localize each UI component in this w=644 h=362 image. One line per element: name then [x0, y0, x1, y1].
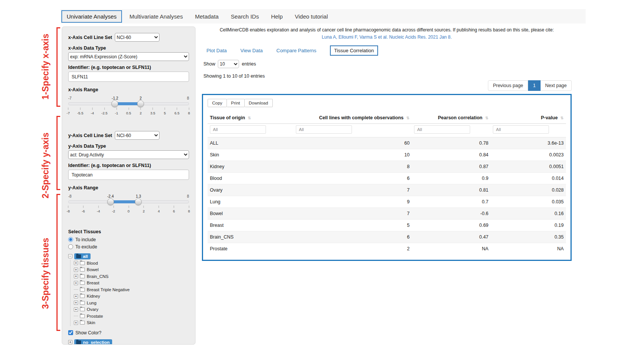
tree-item-label[interactable]: Lung: [87, 301, 97, 305]
table-cell: 0.028: [491, 184, 566, 196]
y-cell-line-set-select[interactable]: NCI-60: [115, 131, 159, 140]
column-header-pvalue[interactable]: P-value ⇅: [491, 112, 566, 124]
showing-entries-text: Showing 1 to 10 of 10 entries: [203, 73, 572, 79]
tab-help[interactable]: Help: [266, 11, 287, 22]
tree-item-prostate[interactable]: Prostate: [74, 313, 189, 320]
tree-root-all[interactable]: − all: [68, 253, 189, 260]
expand-toggle-icon[interactable]: +: [74, 301, 78, 305]
x-range-high-value: 2: [139, 96, 143, 100]
tab-metadata[interactable]: Metadata: [191, 11, 224, 22]
x-identifier-input[interactable]: [68, 72, 189, 82]
tree-item-label[interactable]: Brain_CNS: [87, 274, 109, 279]
y-range-ticks: -8-6-4-202468: [68, 206, 189, 215]
print-button[interactable]: Print: [227, 99, 245, 107]
tab-view-data[interactable]: View Data: [240, 48, 263, 53]
tree-item-bowel[interactable]: +Bowel: [74, 267, 189, 273]
y-range-handle-low[interactable]: [107, 198, 114, 205]
tick-label: 8: [188, 209, 190, 213]
tree-item-label[interactable]: Skin: [87, 320, 95, 325]
show-color-checkbox[interactable]: [68, 330, 73, 335]
leaf-connector: [74, 316, 78, 316]
table-cell: Kidney: [208, 161, 294, 173]
folder-icon: [80, 275, 85, 278]
tab-multivariate-analyses[interactable]: Multivariate Analyses: [125, 11, 188, 22]
no-selection-chip[interactable]: no_selection: [74, 339, 112, 345]
show-color-label: Show Color?: [75, 330, 102, 335]
previous-page-button[interactable]: Previous page: [488, 80, 528, 91]
tick-label: 2: [140, 111, 142, 115]
filter-pvalue-input[interactable]: [493, 125, 549, 134]
filter-pearson-input[interactable]: [414, 125, 470, 134]
x-data-type-select[interactable]: exp: mRNA Expression (Z-Score): [68, 52, 189, 61]
tab-video-tutorial[interactable]: Video tutorial: [290, 11, 332, 22]
tab-tissue-correlation[interactable]: Tissue Correlation: [330, 45, 378, 56]
next-page-button[interactable]: Next page: [541, 80, 572, 91]
column-header-tissue[interactable]: Tissue of origin ⇅: [208, 112, 294, 124]
table-cell: Blood: [208, 173, 294, 184]
tab-search-ids[interactable]: Search IDs: [226, 11, 263, 22]
sort-icon[interactable]: ⇅: [485, 116, 488, 120]
control-panel: x-Axis Cell Line Set NCI-60 x-Axis Data …: [62, 27, 195, 345]
tick-label: 6: [173, 209, 175, 213]
y-identifier-input[interactable]: [68, 170, 189, 180]
tree-item-label[interactable]: Breast Triple Negative: [87, 287, 130, 292]
exclude-radio[interactable]: [68, 244, 73, 249]
x-range-handle-high[interactable]: [137, 100, 144, 107]
slider-active-bar: [115, 102, 141, 105]
expand-toggle-icon[interactable]: +: [74, 321, 78, 325]
tree-root-chip[interactable]: all: [74, 253, 91, 259]
tree-item-brain_cns[interactable]: +Brain_CNS: [74, 273, 189, 280]
collapse-toggle-icon[interactable]: −: [68, 254, 72, 258]
column-header-cell-lines[interactable]: Cell lines with complete observations ⇅: [294, 112, 412, 124]
sort-icon[interactable]: ⇅: [561, 116, 564, 120]
filter-cell-lines-input[interactable]: [296, 125, 352, 134]
y-range-slider[interactable]: -8 8 -2.4 1.3 -8-6-4-202468: [68, 200, 189, 221]
sort-icon[interactable]: ⇅: [248, 116, 251, 120]
expand-toggle-icon[interactable]: +: [74, 307, 78, 312]
tree-item-label[interactable]: Ovary: [87, 307, 98, 312]
y-range-handle-high[interactable]: [135, 198, 142, 205]
table-cell: 2: [294, 243, 412, 255]
page-1-button[interactable]: 1: [528, 80, 541, 91]
tree-item-label[interactable]: Breast: [87, 281, 99, 285]
copy-button[interactable]: Copy: [208, 99, 227, 107]
tree-no-selection[interactable]: + no_selection: [68, 339, 189, 345]
table-cell: 0.69: [412, 220, 491, 231]
include-radio[interactable]: [68, 237, 73, 242]
y-data-type-label: y-Axis Data Type: [68, 144, 189, 149]
tree-item-lung[interactable]: +Lung: [74, 300, 189, 306]
expand-toggle-icon[interactable]: +: [74, 268, 78, 272]
tree-item-label[interactable]: Prostate: [87, 314, 103, 318]
tab-compare-patterns[interactable]: Compare Patterns: [277, 48, 317, 53]
column-header-pearson[interactable]: Pearson correlation ⇅: [412, 112, 491, 124]
tree-item-kidney[interactable]: +Kidney: [74, 293, 189, 300]
page-length-select[interactable]: 10: [218, 60, 239, 68]
x-range-handle-low[interactable]: [111, 100, 118, 107]
x-cell-line-set-select[interactable]: NCI-60: [115, 33, 159, 42]
tree-item-ovary[interactable]: +Ovary: [74, 306, 189, 313]
tick-label: -4: [91, 111, 94, 115]
tree-item-skin[interactable]: +Skin: [74, 320, 189, 326]
expand-toggle-icon[interactable]: +: [74, 281, 78, 285]
download-button[interactable]: Download: [245, 99, 273, 107]
tab-plot-data[interactable]: Plot Data: [206, 48, 227, 53]
y-data-type-select[interactable]: act: Drug Activity: [68, 150, 189, 159]
table-row: Bowel7-0.60.16: [208, 208, 566, 220]
sort-icon[interactable]: ⇅: [406, 116, 410, 120]
x-data-type-label: x-Axis Data Type: [68, 45, 189, 51]
tree-item-blood[interactable]: +Blood: [74, 260, 189, 267]
x-range-slider[interactable]: -7 8 -1.2 2 -7-5.5-4-2.5-10.523.556.58: [68, 101, 189, 123]
tick-label: 0: [128, 209, 130, 213]
tree-item-label[interactable]: Bowel: [87, 267, 98, 272]
tree-item-breast-triple-negative[interactable]: Breast Triple Negative: [74, 286, 189, 293]
expand-toggle-icon[interactable]: +: [68, 340, 72, 344]
expand-toggle-icon[interactable]: +: [74, 274, 78, 278]
tree-item-label[interactable]: Kidney: [87, 294, 100, 298]
expand-toggle-icon[interactable]: +: [74, 294, 78, 298]
tree-item-label[interactable]: Blood: [87, 261, 98, 265]
filter-tissue-input[interactable]: [210, 125, 266, 134]
expand-toggle-icon[interactable]: +: [74, 261, 78, 265]
tab-univariate-analyses[interactable]: Univariate Analyses: [61, 10, 122, 23]
citation-link[interactable]: Luna A, Elloumi F, Varma S et al. Nuclei…: [202, 34, 572, 40]
tree-item-breast[interactable]: +Breast: [74, 280, 189, 287]
